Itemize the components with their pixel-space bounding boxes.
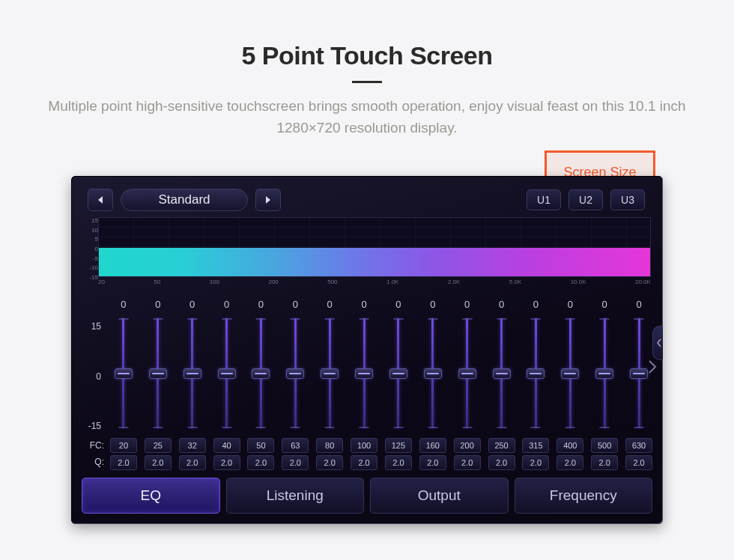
band-gain-value: 0: [533, 296, 539, 312]
band-q-value[interactable]: 2.0: [522, 455, 549, 470]
x-tick: 50: [154, 279, 160, 285]
band-fc-value[interactable]: 500: [591, 438, 618, 453]
eq-slider[interactable]: [320, 315, 339, 431]
preset-display[interactable]: Standard: [121, 189, 248, 211]
slider-knob[interactable]: [595, 368, 613, 379]
eq-slider[interactable]: [526, 315, 545, 431]
eq-band-500: 05002.0: [588, 296, 621, 470]
y-tick: 5: [82, 236, 98, 243]
triangle-right-icon: [264, 195, 272, 204]
eq-band-250: 02502.0: [485, 296, 518, 470]
eq-band-32: 0322.0: [176, 296, 209, 470]
expand-panel-button[interactable]: [652, 326, 663, 360]
eq-slider[interactable]: [217, 315, 237, 431]
band-q-value[interactable]: 2.0: [282, 455, 309, 470]
band-gain-value: 0: [568, 296, 573, 312]
band-q-value[interactable]: 2.0: [351, 455, 377, 470]
eq-slider[interactable]: [458, 315, 477, 431]
slider-knob[interactable]: [184, 368, 201, 379]
eq-band-630: 06302.0: [622, 296, 655, 470]
slider-knob[interactable]: [527, 368, 545, 379]
band-q-value[interactable]: 2.0: [385, 455, 412, 470]
band-fc-value[interactable]: 400: [556, 438, 583, 453]
band-q-value[interactable]: 2.0: [316, 455, 343, 470]
band-q-value[interactable]: 2.0: [179, 455, 206, 470]
band-q-value[interactable]: 2.0: [419, 455, 446, 470]
eq-slider[interactable]: [629, 315, 649, 431]
eq-slider[interactable]: [251, 315, 270, 431]
tab-frequency[interactable]: Frequency: [515, 478, 653, 514]
band-q-value[interactable]: 2.0: [110, 455, 137, 470]
band-q-value[interactable]: 2.0: [488, 455, 515, 470]
slider-knob[interactable]: [321, 368, 339, 379]
preset-prev-button[interactable]: [88, 189, 113, 211]
band-fc-value[interactable]: 32: [179, 438, 206, 453]
tab-output[interactable]: Output: [370, 478, 509, 514]
band-gain-value: 0: [361, 296, 366, 312]
chevron-left-icon: [656, 338, 662, 347]
tab-listening[interactable]: Listening: [226, 478, 365, 514]
eq-slider[interactable]: [389, 315, 408, 431]
slider-knob[interactable]: [493, 368, 511, 379]
slider-knob[interactable]: [561, 368, 579, 379]
eq-slider[interactable]: [114, 315, 133, 431]
spectrum-chart: 151050-5-10-15 20501002005001.0K2.0K5.0K…: [98, 217, 651, 288]
band-gain-value: 0: [327, 296, 333, 312]
band-fc-value[interactable]: 50: [247, 438, 274, 453]
band-fc-value[interactable]: 200: [454, 438, 481, 453]
band-q-value[interactable]: 2.0: [556, 455, 583, 470]
eq-screen: Standard U1U2U3 151050-5-10-15 205010020…: [71, 176, 663, 524]
slider-knob[interactable]: [252, 368, 270, 379]
x-tick: 200: [268, 279, 278, 285]
band-fc-value[interactable]: 630: [625, 438, 652, 453]
title-underline: [352, 81, 382, 83]
slider-knob[interactable]: [424, 368, 442, 379]
eq-band-160: 01602.0: [416, 296, 449, 470]
slider-knob[interactable]: [149, 368, 167, 379]
band-fc-value[interactable]: 250: [488, 438, 515, 453]
eq-slider[interactable]: [183, 315, 202, 431]
band-q-value[interactable]: 2.0: [625, 455, 652, 470]
y-tick: -5: [82, 255, 98, 262]
band-q-value[interactable]: 2.0: [454, 455, 481, 470]
eq-slider[interactable]: [492, 315, 512, 431]
user-preset-u2-button[interactable]: U2: [568, 189, 603, 210]
slider-knob[interactable]: [389, 368, 407, 379]
slider-knob[interactable]: [458, 368, 476, 379]
band-q-value[interactable]: 2.0: [247, 455, 274, 470]
band-q-value[interactable]: 2.0: [145, 455, 172, 470]
eq-slider[interactable]: [560, 315, 580, 431]
preset-next-button[interactable]: [255, 189, 281, 211]
band-q-value[interactable]: 2.0: [591, 455, 618, 470]
band-fc-value[interactable]: 80: [316, 438, 343, 453]
band-gain-value: 0: [430, 296, 435, 312]
band-fc-value[interactable]: 125: [385, 438, 412, 453]
x-tick: 2.0K: [448, 279, 460, 285]
slider-knob[interactable]: [218, 368, 236, 379]
band-fc-value[interactable]: 100: [351, 438, 377, 453]
spectrum-y-ticks: 151050-5-10-15: [82, 217, 98, 281]
chevron-right-icon[interactable]: [648, 359, 657, 379]
band-fc-value[interactable]: 25: [145, 438, 172, 453]
band-fc-value[interactable]: 160: [419, 438, 446, 453]
slider-knob[interactable]: [355, 368, 373, 379]
band-q-value[interactable]: 2.0: [213, 455, 240, 470]
band-fc-value[interactable]: 63: [282, 438, 309, 453]
eq-slider[interactable]: [354, 315, 374, 431]
eq-band-50: 0502.0: [245, 296, 278, 470]
eq-slider[interactable]: [148, 315, 168, 431]
slider-knob[interactable]: [115, 368, 133, 379]
eq-slider[interactable]: [595, 315, 614, 431]
band-fc-value[interactable]: 40: [213, 438, 240, 453]
eq-slider[interactable]: [423, 315, 443, 431]
band-fc-value[interactable]: 315: [522, 438, 549, 453]
band-fc-value[interactable]: 20: [110, 438, 137, 453]
slider-knob[interactable]: [630, 368, 648, 379]
tab-eq[interactable]: EQ: [82, 478, 220, 514]
slider-knob[interactable]: [286, 368, 304, 379]
user-preset-u3-button[interactable]: U3: [610, 189, 645, 210]
eq-slider[interactable]: [285, 315, 305, 431]
y-tick: 15: [82, 217, 98, 224]
user-preset-u1-button[interactable]: U1: [527, 189, 561, 210]
eq-band-25: 0252.0: [142, 296, 175, 470]
